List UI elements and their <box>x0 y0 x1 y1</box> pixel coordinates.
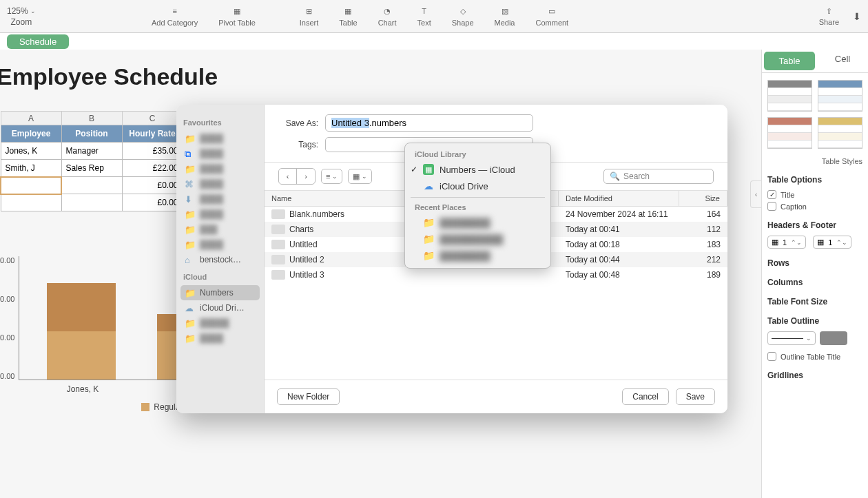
chart-icon: ◔ <box>380 6 394 17</box>
home-icon: ⌂ <box>185 255 196 264</box>
outline-color[interactable] <box>820 331 847 345</box>
cell[interactable] <box>61 194 122 211</box>
text-button[interactable]: TText <box>417 6 431 27</box>
outline-style-select[interactable]: ⌄ <box>767 331 816 345</box>
folder-icon: 📁 <box>185 333 196 343</box>
header-cell[interactable]: Position <box>61 125 122 143</box>
table-options-label: Table Options <box>767 175 862 185</box>
header-cell[interactable]: Employee <box>1 125 61 143</box>
column-header[interactable]: C <box>122 112 183 125</box>
sidebar-item[interactable]: ⧉████ <box>180 146 260 161</box>
sidebar-item[interactable]: 📁█████ <box>180 315 260 331</box>
sidebar-item-icloud-drive[interactable]: ☁iCloud Dri… <box>180 300 260 315</box>
sidebar-item[interactable]: 📁████ <box>180 331 260 346</box>
cell[interactable]: £0.00 <box>122 177 183 194</box>
cell[interactable]: Jones, K <box>1 143 61 160</box>
title-checkbox-row[interactable]: ✓Title <box>767 190 862 199</box>
text-icon: T <box>417 6 431 17</box>
filename-input[interactable]: Untitled 3.numbers <box>325 114 533 132</box>
outline-label: Table Outline <box>767 316 862 326</box>
font-size-label: Table Font Size <box>767 297 862 307</box>
sidebar-item[interactable]: 📁████ <box>180 131 260 146</box>
rows-label[interactable]: Rows <box>767 258 862 268</box>
nav-back-forward[interactable]: ‹ › <box>278 168 316 185</box>
zoom-button[interactable]: 125%⌄ Zoom <box>7 6 36 27</box>
shape-button[interactable]: ◇Shape <box>452 6 474 27</box>
list-view-button[interactable]: ≡⌄ <box>321 169 342 184</box>
chart-button[interactable]: ◔Chart <box>378 6 397 27</box>
new-folder-button[interactable]: New Folder <box>277 388 340 405</box>
cancel-button[interactable]: Cancel <box>622 388 668 405</box>
header-cols-stepper[interactable]: ▦1⌃⌄ <box>813 236 851 249</box>
selected-cell[interactable] <box>1 177 61 194</box>
media-button[interactable]: ▧Media <box>495 6 515 27</box>
sidebar-item[interactable]: 📁████ <box>180 237 260 252</box>
back-button[interactable]: ‹ <box>279 169 297 184</box>
sidebar-item[interactable]: 📁████ <box>180 161 260 176</box>
insert-button[interactable]: ⊞Insert <box>300 6 319 27</box>
cell[interactable] <box>61 177 122 194</box>
sidebar-item[interactable]: 📁███ <box>180 222 260 237</box>
popup-item-numbers-icloud[interactable]: ✓▦Numbers — iCloud <box>405 161 550 178</box>
list-icon: ≡ <box>168 6 182 17</box>
pivot-table-button[interactable]: ▦Pivot Table <box>218 6 256 27</box>
cell[interactable]: £22.00 <box>122 160 183 177</box>
sidebar-item-home[interactable]: ⌂benstock… <box>180 252 260 267</box>
cell[interactable]: £35.00 <box>122 143 183 160</box>
file-icon <box>271 270 285 280</box>
cell[interactable]: Manager <box>61 143 122 160</box>
popup-item-recent[interactable]: 📁██████████ <box>405 231 550 247</box>
columns-label[interactable]: Columns <box>767 278 862 287</box>
popup-header-icloud-library: iCloud Library <box>405 147 550 161</box>
save-as-label: Save As: <box>278 118 318 128</box>
table-button[interactable]: ▦Table <box>339 6 357 27</box>
table-style-thumb[interactable] <box>767 80 812 112</box>
column-header[interactable]: A <box>1 112 61 125</box>
outline-title-checkbox-row[interactable]: Outline Table Title <box>767 352 862 361</box>
comment-button[interactable]: ▭Comment <box>536 6 569 27</box>
media-icon: ▧ <box>498 6 512 17</box>
table-style-thumb[interactable] <box>818 117 862 149</box>
popup-item-recent[interactable]: 📁████████ <box>405 247 550 264</box>
gridlines-label: Gridlines <box>767 371 862 380</box>
column-header-date[interactable]: Date Modified <box>559 191 679 206</box>
save-button[interactable]: Save <box>676 388 715 405</box>
inspector-collapse-button[interactable]: ‹ <box>750 180 761 208</box>
sidebar-item[interactable]: ⌘████ <box>180 176 260 191</box>
table-styles-label: Table Styles <box>767 157 862 165</box>
popup-item-icloud-drive[interactable]: ☁iCloud Drive <box>405 178 550 194</box>
cell[interactable]: £0.00 <box>122 194 183 211</box>
cell[interactable] <box>1 194 61 211</box>
folder-icon: 📁 <box>185 209 196 219</box>
add-category-button[interactable]: ≡Add Category <box>152 6 198 27</box>
location-dropdown[interactable]: iCloud Library ✓▦Numbers — iCloud ☁iClou… <box>404 143 551 269</box>
swatch-regular <box>141 403 149 411</box>
tags-label: Tags: <box>278 140 318 149</box>
cell[interactable]: Smith, J <box>1 160 61 177</box>
table-style-thumb[interactable] <box>818 80 862 112</box>
sheet-tab-schedule[interactable]: Schedule <box>7 34 69 49</box>
column-header-size[interactable]: Size <box>679 191 727 206</box>
sidebar-item-numbers[interactable]: 📁Numbers <box>180 285 260 300</box>
column-header[interactable]: B <box>61 112 122 125</box>
numbers-app-icon: ▦ <box>423 164 434 175</box>
forward-button[interactable]: › <box>297 169 315 184</box>
inspector-tab-cell[interactable]: Cell <box>817 50 868 72</box>
cell[interactable]: Sales Rep <box>61 160 122 177</box>
collapse-toolbar-icon[interactable]: ⬇ <box>853 11 861 22</box>
table-icon: ▦ <box>341 6 355 17</box>
header-rows-stepper[interactable]: ▦1⌃⌄ <box>767 236 806 249</box>
group-view-button[interactable]: ▦⌄ <box>348 169 372 184</box>
spreadsheet-table[interactable]: ABC EmployeePositionHourly Rate Jones, K… <box>0 111 183 211</box>
inspector-tab-table[interactable]: Table <box>764 52 815 70</box>
share-button[interactable]: ⇧Share <box>819 7 839 26</box>
caption-checkbox-row[interactable]: Caption <box>767 202 862 211</box>
header-cell[interactable]: Hourly Rate <box>122 125 183 143</box>
table-style-thumb[interactable] <box>767 117 812 149</box>
search-field[interactable]: 🔍Search <box>603 169 714 184</box>
popup-item-recent[interactable]: 📁████████ <box>405 214 550 231</box>
file-row[interactable]: Untitled 3Today at 00:48189 <box>265 267 727 282</box>
sidebar-item[interactable]: 📁████ <box>180 207 260 222</box>
table-styles-grid[interactable] <box>767 80 862 149</box>
sidebar-item[interactable]: ⬇████ <box>180 191 260 207</box>
